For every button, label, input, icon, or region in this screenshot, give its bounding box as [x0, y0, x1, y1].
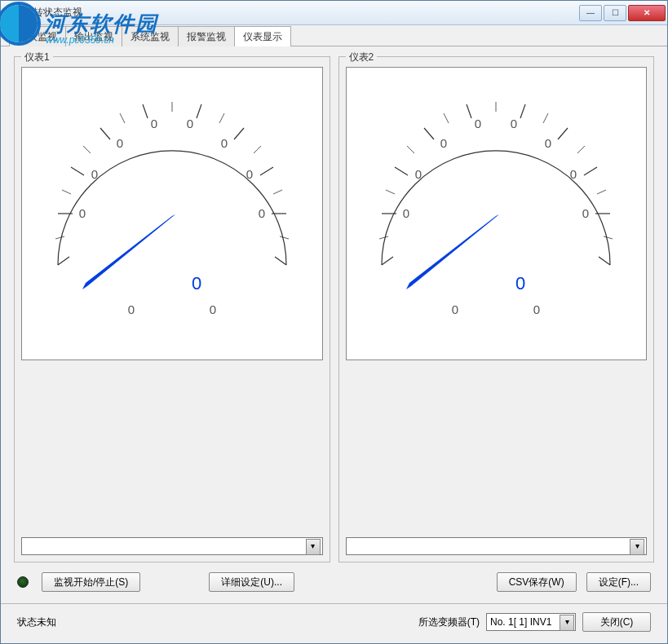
inverter-select[interactable]: No. 1[ 1] INV1 — [486, 613, 576, 631]
gauge1: 0 0 0 0 0 0 0 0 0 0 — [33, 77, 311, 314]
gauge2: 0 0 0 0 0 0 0 0 0 0 — [357, 77, 635, 314]
svg-line-12 — [55, 236, 64, 239]
close-button[interactable]: ✕ — [628, 5, 666, 21]
svg-line-33 — [407, 146, 414, 153]
gauge2-tick: 0 — [582, 206, 589, 220]
inverter-label: 所选变频器(T) — [418, 615, 480, 629]
gauge1-tick: 0 — [117, 136, 123, 150]
gauge1-fieldset: 仪表1 — [14, 56, 330, 562]
svg-line-34 — [444, 113, 449, 123]
tab-gauge-display[interactable]: 仪表显示 — [234, 26, 291, 46]
svg-line-21 — [382, 257, 393, 265]
app-icon — [6, 7, 19, 20]
svg-line-28 — [584, 167, 597, 175]
gauge1-needle — [82, 214, 175, 289]
gauge2-dropdown[interactable] — [346, 537, 648, 555]
svg-line-25 — [467, 104, 471, 118]
svg-line-8 — [234, 128, 244, 139]
window-controls: — ☐ ✕ — [579, 5, 666, 21]
gauge1-tick: 0 — [221, 136, 228, 150]
button-row: 监视开始/停止(S) 详细设定(U)... CSV保存(W) 设定(F)... — [14, 562, 654, 603]
svg-line-9 — [260, 167, 273, 175]
gauge1-outer: 0 — [210, 302, 216, 314]
svg-line-17 — [219, 113, 224, 123]
tab-input-monitor[interactable]: 输入监视 — [9, 26, 66, 46]
svg-line-36 — [543, 113, 548, 123]
svg-line-30 — [599, 257, 610, 265]
close-dialog-button[interactable]: 关闭(C) — [582, 612, 651, 632]
gauge2-tick: 0 — [511, 117, 517, 130]
content-panel: 仪表1 — [1, 46, 667, 643]
csv-save-button[interactable]: CSV保存(W) — [497, 572, 577, 592]
start-stop-button[interactable]: 监视开始/停止(S) — [42, 572, 140, 592]
svg-line-26 — [520, 104, 525, 118]
gauge1-tick: 0 — [246, 167, 253, 181]
gauge2-tick: 0 — [545, 136, 551, 150]
svg-rect-1 — [8, 11, 16, 15]
svg-line-37 — [577, 146, 585, 153]
titlebar: 运转状态监视 — ☐ ✕ — [1, 1, 667, 25]
svg-line-20 — [280, 236, 289, 239]
gauge2-tick: 0 — [415, 167, 422, 181]
maximize-button[interactable]: ☐ — [604, 5, 626, 21]
gauge1-tick: 0 — [187, 117, 193, 130]
inverter-value: No. 1[ 1] INV1 — [490, 616, 551, 628]
gauge2-value: 0 — [515, 273, 525, 293]
gauge2-tick: 0 — [403, 206, 409, 220]
svg-line-13 — [62, 190, 71, 194]
gauge2-legend: 仪表2 — [346, 51, 378, 64]
svg-line-6 — [143, 104, 148, 118]
gauge1-tick: 0 — [79, 206, 86, 220]
footer: 状态未知 所选变频器(T) No. 1[ 1] INV1 关闭(C) — [14, 604, 654, 638]
svg-line-38 — [597, 190, 606, 194]
gauge1-tick: 0 — [151, 117, 157, 130]
gauge2-tick: 0 — [475, 117, 481, 130]
gauge2-needle — [406, 214, 499, 289]
svg-line-19 — [273, 190, 282, 194]
gauge2-outer: 0 — [452, 302, 458, 314]
svg-line-7 — [197, 104, 201, 118]
gauges-row: 仪表1 — [14, 56, 654, 562]
detail-settings-button[interactable]: 详细设定(U)... — [209, 572, 294, 592]
window-title: 运转状态监视 — [24, 6, 579, 20]
tab-system-monitor[interactable]: 系统监视 — [122, 26, 179, 46]
gauge1-tick: 0 — [91, 167, 98, 181]
gauge1-value: 0 — [192, 273, 201, 293]
tab-alarm-monitor[interactable]: 报警监视 — [178, 26, 235, 46]
svg-line-31 — [379, 236, 388, 239]
status-text: 状态未知 — [17, 615, 412, 629]
gauge1-tick: 0 — [259, 206, 265, 220]
gauge2-tick: 0 — [570, 167, 577, 181]
gauge2-tick: 0 — [440, 136, 447, 150]
svg-line-18 — [254, 146, 261, 153]
status-led-icon — [17, 576, 29, 588]
svg-line-15 — [120, 113, 125, 123]
minimize-button[interactable]: — — [579, 5, 602, 21]
svg-line-14 — [83, 146, 91, 153]
svg-line-27 — [558, 128, 568, 139]
svg-line-11 — [275, 257, 286, 265]
svg-line-39 — [604, 236, 613, 239]
window: 运转状态监视 — ☐ ✕ 输入监视 输出监视 系统监视 报警监视 仪表显示 仪表… — [0, 0, 668, 644]
svg-line-2 — [58, 257, 69, 265]
gauge2-outer: 0 — [533, 302, 540, 314]
svg-line-23 — [395, 167, 408, 175]
tabbar: 输入监视 输出监视 系统监视 报警监视 仪表显示 — [1, 25, 667, 46]
tab-output-monitor[interactable]: 输出监视 — [65, 26, 122, 46]
svg-line-4 — [71, 167, 84, 175]
gauge1-legend: 仪表1 — [21, 51, 53, 64]
gauge2-box: 0 0 0 0 0 0 0 0 0 0 — [346, 67, 648, 360]
gauge1-dropdown[interactable] — [21, 537, 323, 555]
gauge2-fieldset: 仪表2 — [338, 56, 655, 562]
gauge1-box: 0 0 0 0 0 0 0 0 0 0 — [21, 67, 323, 360]
gauge1-outer: 0 — [128, 302, 135, 314]
svg-line-32 — [386, 190, 395, 194]
settings-button[interactable]: 设定(F)... — [586, 572, 651, 592]
svg-line-24 — [424, 128, 434, 139]
svg-line-5 — [100, 128, 110, 139]
